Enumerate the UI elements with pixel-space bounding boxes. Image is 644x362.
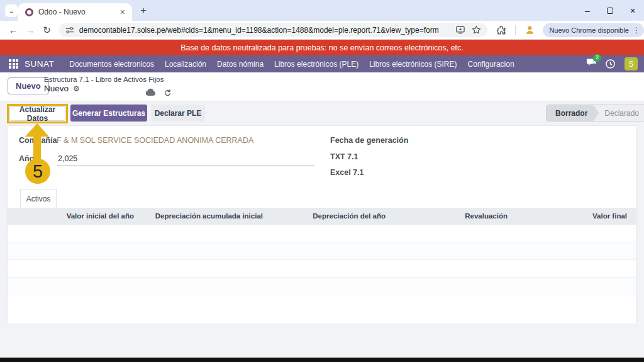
refresh-button[interactable]: ↻ (38, 25, 55, 36)
col-valor-final[interactable]: Valor final (516, 208, 636, 225)
messages-button[interactable]: 2 (586, 58, 596, 70)
close-icon: × (630, 6, 635, 16)
txt-71-label: TXT 7.1 (330, 152, 358, 161)
profile-avatar-icon[interactable] (525, 25, 535, 35)
chrome-update-label: Nuevo Chrome disponible (549, 26, 629, 34)
send-to-device-icon[interactable] (455, 25, 465, 35)
browser-menu-icon[interactable]: ⋮ (633, 26, 640, 35)
browser-toolbar: ← → ↻ democontable17.solse.pe/web#cids=1… (0, 21, 644, 40)
menu-documentos-electronicos[interactable]: Documentos electronicos (69, 60, 154, 69)
chevron-down-icon: ⌄ (8, 7, 14, 15)
col-revaluacion[interactable]: Revaluación (394, 208, 516, 225)
breadcrumb-current: Nuevo (44, 84, 69, 93)
toolbar-divider (515, 25, 516, 35)
table-row[interactable] (8, 242, 636, 260)
window-bottom-edge (0, 358, 644, 362)
site-info-icon[interactable] (65, 26, 74, 35)
gear-icon[interactable]: ⚙ (73, 84, 80, 93)
excel-71-label: Excel 7.1 (330, 168, 364, 177)
declarar-ple-button[interactable]: Declarar PLE (151, 105, 205, 122)
extensions-icon[interactable] (496, 25, 506, 35)
plus-icon: + (140, 5, 146, 16)
close-window-button[interactable]: × (621, 0, 644, 21)
odoo-favicon-icon (25, 8, 33, 16)
odoo-navbar: SUNAT Documentos electronicos Localizaci… (0, 55, 644, 72)
year-label: Año (19, 154, 34, 163)
url-text[interactable]: democontable17.solse.pe/web#cids=1&menu_… (79, 26, 450, 35)
status-borrador[interactable]: Borrador (547, 105, 599, 121)
generation-date-label: Fecha de generación (330, 136, 408, 145)
year-input-underline (57, 166, 314, 166)
generar-estructuras-button[interactable]: Generar Estructuras (70, 105, 147, 122)
minimize-icon: – (585, 6, 590, 16)
app-brand[interactable]: SUNAT (25, 59, 54, 69)
actualizar-datos-button[interactable]: Actualizar Datos (9, 106, 65, 121)
tab-search-button[interactable]: ⌄ (5, 4, 18, 17)
activities-clock-icon[interactable] (605, 59, 616, 69)
menu-libros-ple[interactable]: Libros electrónicos (PLE) (274, 60, 358, 69)
window-controls: – × (576, 0, 644, 21)
col-depreciacion-acumulada[interactable]: Depreciación acumulada inicial (143, 208, 272, 225)
table-row[interactable] (8, 295, 636, 323)
browser-tab-strip: ⌄ Odoo - Nuevo × + – × (0, 0, 644, 21)
chrome-update-button[interactable]: Nuevo Chrome disponible ⋮ (543, 23, 644, 37)
maximize-button[interactable] (599, 0, 621, 21)
tab-activos[interactable]: Activos (20, 189, 57, 208)
record-save-indicators (145, 88, 172, 96)
new-tab-button[interactable]: + (137, 4, 150, 17)
tab-title: Odoo - Nuevo (38, 8, 118, 16)
discard-undo-icon[interactable] (164, 88, 172, 96)
browser-tab[interactable]: Odoo - Nuevo × (18, 3, 132, 21)
user-avatar[interactable]: S (625, 57, 638, 71)
minimize-button[interactable]: – (576, 0, 599, 21)
company-value[interactable]: F & M SOL SERVICE SOCIEDAD ANONIMA CERRA… (57, 136, 253, 145)
bookmark-star-icon[interactable] (472, 25, 481, 35)
new-record-button[interactable]: Nuevo (8, 77, 49, 94)
form-sheet: Compañía F & M SOL SERVICE SOCIEDAD ANON… (8, 126, 636, 324)
save-cloud-icon[interactable] (145, 88, 156, 96)
status-bar: Borrador Declarado (546, 105, 644, 122)
col-valor-inicial[interactable]: Valor inicial del año (8, 208, 143, 225)
menu-localizacion[interactable]: Localización (165, 60, 206, 69)
apps-grid-icon[interactable] (9, 59, 18, 69)
year-input[interactable]: 2,025 (58, 154, 77, 163)
table-row[interactable] (8, 260, 636, 278)
table-row[interactable] (8, 225, 636, 242)
back-button[interactable]: ← (5, 25, 22, 35)
control-panel: Nuevo Estructura 7.1 - Libro de Activos … (0, 72, 644, 101)
maximize-icon (607, 8, 613, 14)
menu-datos-nomina[interactable]: Datos nómina (217, 60, 264, 69)
forward-button[interactable]: → (22, 25, 39, 35)
menu-libros-sire[interactable]: Libros electrónicos (SIRE) (369, 60, 457, 69)
messages-badge: 2 (593, 54, 601, 62)
address-bar[interactable]: democontable17.solse.pe/web#cids=1&menu_… (59, 23, 488, 37)
company-label: Compañía (19, 136, 57, 145)
col-depreciacion-ano[interactable]: Depreciación del año (272, 208, 394, 225)
status-declarado[interactable]: Declarado (593, 105, 644, 121)
banner-text: Base de datos neutralizada para pruebas:… (180, 43, 464, 52)
menu-configuracion[interactable]: Configuracion (468, 60, 514, 69)
tab-close-icon[interactable]: × (118, 7, 127, 17)
neutralized-db-banner: Base de datos neutralizada para pruebas:… (0, 40, 644, 55)
breadcrumb-parent[interactable]: Estructura 7.1 - Libro de Activos Fijos (44, 76, 164, 83)
table-row[interactable] (8, 278, 636, 295)
table-header-row: Valor inicial del año Depreciación acumu… (8, 208, 636, 225)
